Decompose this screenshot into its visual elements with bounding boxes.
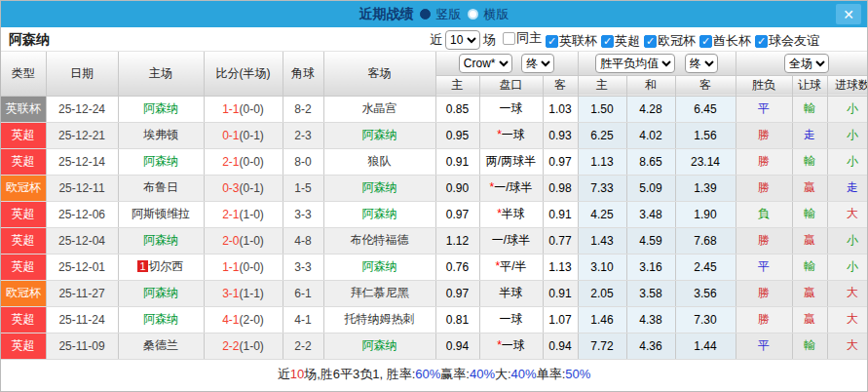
table-row: 英超25-11-24阿森纳4-1(2-0)4-1托特纳姆热刺0.81一球1.07… bbox=[1, 306, 868, 333]
final-odds-select-2[interactable]: 终 bbox=[685, 54, 718, 73]
competition-filter[interactable]: 同主 bbox=[503, 29, 542, 47]
corners: 4-8 bbox=[283, 227, 323, 254]
checkbox-checked-icon[interactable]: ✓ bbox=[601, 35, 614, 48]
odds-away: 0.91 bbox=[543, 201, 578, 227]
filter-controls: 近 10 场 同主✓英联杯✓英超✓欧冠杯✓酋长杯✓球会友谊 bbox=[430, 29, 819, 50]
score: 2-1(0-0) bbox=[204, 148, 283, 175]
away-team: 阿森纳 bbox=[323, 175, 435, 201]
away-team: 阿森纳 bbox=[323, 333, 435, 359]
checkbox-unchecked-icon[interactable] bbox=[503, 32, 515, 45]
avg-draw: 4.36 bbox=[626, 333, 675, 359]
away-team: 布伦特福德 bbox=[323, 227, 435, 254]
summary-part: 60% bbox=[415, 367, 440, 381]
avg-lose: 7.68 bbox=[675, 227, 736, 254]
sub-header-avg-win: 主 bbox=[578, 75, 626, 96]
close-icon[interactable]: ✕ bbox=[836, 4, 861, 24]
avg-lose: 2.45 bbox=[675, 254, 736, 280]
avg-lose: 1.56 bbox=[675, 122, 736, 148]
avg-odds-select[interactable]: 胜平负均值 bbox=[595, 54, 675, 73]
checkbox-checked-icon[interactable]: ✓ bbox=[546, 35, 558, 48]
table-row: 欧冠杯25-11-27阿森纳3-1(1-1)6-1拜仁慕尼黑0.97半球0.91… bbox=[1, 280, 868, 306]
result-goals: 大 bbox=[827, 306, 868, 333]
result-outcome: 勝 bbox=[736, 227, 792, 254]
competition-filter-label[interactable]: 球会友谊 bbox=[769, 32, 819, 50]
radio-horizontal-label[interactable]: 横版 bbox=[484, 6, 509, 23]
result-outcome: 勝 bbox=[736, 122, 792, 148]
sub-header-goals-result: 进球数 bbox=[827, 75, 868, 96]
match-date: 25-12-04 bbox=[46, 227, 118, 254]
result-handicap: 贏 bbox=[792, 280, 827, 306]
odds-home: 0.85 bbox=[435, 96, 479, 122]
score: 2-1(1-0) bbox=[204, 201, 283, 227]
checkbox-checked-icon[interactable]: ✓ bbox=[644, 35, 657, 48]
corners: 2-2 bbox=[283, 333, 323, 359]
competition-filter[interactable]: ✓英联杯 bbox=[546, 32, 597, 50]
radio-horizontal-layout[interactable] bbox=[468, 9, 478, 20]
competition-filter-label[interactable]: 同主 bbox=[516, 29, 542, 47]
home-team: 埃弗顿 bbox=[118, 122, 204, 148]
bookmaker-header-group: Crow* 终 bbox=[435, 52, 578, 75]
match-type-badge: 英超 bbox=[1, 122, 46, 148]
corners: 6-1 bbox=[283, 280, 323, 306]
odds-home: 0.76 bbox=[435, 254, 479, 280]
table-row: 英超25-12-06阿斯顿维拉2-1(1-0)3-3阿森纳0.97*半球0.91… bbox=[1, 201, 868, 227]
avg-lose: 1.44 bbox=[675, 333, 736, 359]
checkbox-checked-icon[interactable]: ✓ bbox=[699, 35, 712, 48]
summary-part: 单率: bbox=[537, 366, 566, 383]
avg-lose: 3.56 bbox=[675, 280, 736, 306]
match-type-badge: 英超 bbox=[1, 333, 46, 359]
avg-draw: 3.48 bbox=[626, 201, 675, 227]
corners: 2-3 bbox=[283, 122, 323, 148]
competition-filter[interactable]: ✓欧冠杯 bbox=[644, 32, 696, 50]
result-outcome: 勝 bbox=[736, 280, 792, 306]
score: 0-1(0-1) bbox=[204, 122, 283, 148]
odds-away: 1.07 bbox=[543, 306, 578, 333]
handicap: 一球 bbox=[479, 96, 543, 122]
odds-away: 0.77 bbox=[543, 227, 578, 254]
odds-away: 1.03 bbox=[543, 96, 578, 122]
home-star-icon: * bbox=[495, 259, 500, 273]
panel-title: 近期战绩 bbox=[359, 6, 414, 23]
summary-part: 40% bbox=[470, 367, 495, 381]
avg-lose: 6.45 bbox=[675, 96, 736, 122]
result-outcome: 勝 bbox=[736, 175, 792, 201]
competition-filter-label[interactable]: 英超 bbox=[615, 32, 640, 50]
sub-header-result: 胜负 bbox=[736, 75, 792, 96]
summary-part: 10 bbox=[290, 367, 304, 381]
result-handicap: 贏 bbox=[792, 227, 827, 254]
checkbox-checked-icon[interactable]: ✓ bbox=[755, 35, 768, 48]
result-goals: 走 bbox=[827, 175, 868, 201]
bookmaker-select[interactable]: Crow* bbox=[459, 54, 512, 73]
home-star-icon: * bbox=[489, 180, 494, 194]
competition-filter[interactable]: ✓球会友谊 bbox=[755, 32, 819, 50]
games-count-select[interactable]: 10 bbox=[445, 30, 480, 50]
competition-filter-label[interactable]: 英联杯 bbox=[559, 32, 597, 50]
fulltime-select[interactable]: 全场 bbox=[784, 54, 829, 73]
away-team: 阿森纳 bbox=[323, 254, 435, 280]
match-date: 25-11-24 bbox=[46, 306, 118, 333]
home-star-icon: * bbox=[497, 338, 502, 352]
final-odds-select-1[interactable]: 终 bbox=[521, 54, 554, 73]
odds-away: 0.91 bbox=[543, 280, 578, 306]
competition-filter-label[interactable]: 酋长杯 bbox=[713, 32, 751, 50]
radio-vertical-label[interactable]: 竖版 bbox=[436, 6, 462, 23]
result-outcome: 勝 bbox=[736, 306, 792, 333]
match-type-badge: 欧冠杯 bbox=[1, 280, 46, 306]
handicap: 一/球半 bbox=[479, 227, 543, 254]
handicap: *一球 bbox=[479, 122, 543, 148]
result-handicap: 輸 bbox=[792, 148, 827, 175]
radio-vertical-layout[interactable] bbox=[420, 9, 431, 20]
score: 1-1(0-0) bbox=[204, 96, 283, 122]
results-table: 类型 日期 主场 比分(半场) 角球 客场 Crow* 终 胜平负均值 终 全场 bbox=[1, 52, 868, 360]
competition-filter-label[interactable]: 欧冠杯 bbox=[658, 32, 696, 50]
score: 0-3(0-1) bbox=[204, 175, 283, 201]
col-header-score: 比分(半场) bbox=[204, 52, 283, 96]
summary-part: 赢率: bbox=[440, 366, 470, 383]
table-row: 英超25-12-04阿森纳2-0(1-0)4-8布伦特福德1.12一/球半0.7… bbox=[1, 227, 868, 254]
competition-filter[interactable]: ✓英超 bbox=[601, 32, 640, 50]
col-header-type: 类型 bbox=[1, 52, 46, 96]
result-goals: 小 bbox=[827, 96, 868, 122]
col-header-date: 日期 bbox=[46, 52, 118, 96]
odds-home: 0.94 bbox=[435, 333, 479, 359]
competition-filter[interactable]: ✓酋长杯 bbox=[699, 32, 751, 50]
